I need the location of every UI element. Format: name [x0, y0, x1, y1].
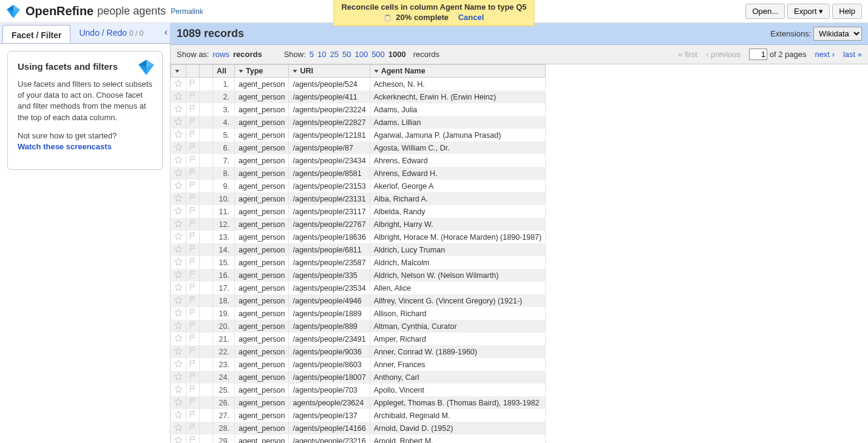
star-icon[interactable] [174, 270, 183, 279]
col-type[interactable]: Type [235, 65, 289, 78]
star-icon[interactable] [174, 117, 183, 126]
cell-uri: /agents/people/22767 [289, 218, 370, 231]
flag-icon[interactable] [189, 347, 197, 355]
data-table: All Type URI Agent Name 1.agent_person/a… [171, 64, 546, 443]
collapse-panel-icon[interactable]: ‹ [164, 27, 168, 38]
flag-icon[interactable] [189, 385, 197, 393]
star-icon[interactable] [174, 130, 183, 138]
flag-icon[interactable] [189, 359, 197, 368]
star-icon[interactable] [174, 143, 183, 151]
show-as-rows[interactable]: rows [212, 50, 229, 59]
star-icon[interactable] [174, 308, 183, 317]
page-size-1000[interactable]: 1000 [388, 50, 406, 59]
extensions-select[interactable]: Wikidata [813, 27, 862, 41]
chevron-down-icon[interactable] [293, 70, 297, 73]
help-button[interactable]: Help [832, 4, 862, 19]
page-size-100[interactable]: 100 [354, 50, 368, 59]
star-icon[interactable] [174, 372, 183, 380]
logo-icon [6, 4, 21, 19]
page-next[interactable]: next › [815, 50, 835, 59]
flag-icon[interactable] [189, 296, 197, 304]
page-size-10[interactable]: 10 [317, 50, 326, 59]
page-first[interactable]: « first [678, 50, 697, 59]
star-icon[interactable] [174, 410, 183, 419]
export-button[interactable]: Export ▾ [787, 4, 830, 19]
flag-icon[interactable] [189, 92, 197, 100]
chevron-down-icon[interactable] [374, 70, 379, 73]
page-last[interactable]: last » [843, 50, 862, 59]
col-agent-name[interactable]: Agent Name [370, 65, 546, 78]
star-icon[interactable] [174, 321, 183, 330]
flag-icon[interactable] [189, 130, 197, 138]
chevron-down-icon[interactable] [175, 70, 180, 73]
star-icon[interactable] [174, 347, 183, 355]
tab-undo-redo[interactable]: Undo / Redo 0 / 0 [70, 23, 152, 43]
cell-uri: /agents/people/1889 [289, 307, 370, 320]
star-icon[interactable] [174, 155, 183, 164]
page-input[interactable] [749, 49, 767, 60]
show-as-records[interactable]: records [233, 50, 262, 59]
page-prev[interactable]: ‹ previous [706, 50, 741, 59]
tab-facet-filter[interactable]: Facet / Filter [2, 25, 70, 43]
flag-icon[interactable] [189, 104, 197, 113]
cancel-link[interactable]: Cancel [458, 13, 484, 22]
flag-icon[interactable] [189, 143, 197, 151]
star-icon[interactable] [174, 104, 183, 113]
flag-icon[interactable] [189, 372, 197, 380]
flag-icon[interactable] [189, 270, 197, 279]
table-row: 15.agent_person/agents/people/23587Aldri… [171, 256, 546, 269]
star-icon[interactable] [174, 181, 183, 189]
star-icon[interactable] [174, 206, 183, 215]
star-icon[interactable] [174, 257, 183, 266]
star-icon[interactable] [174, 219, 183, 228]
star-icon[interactable] [174, 397, 183, 406]
flag-icon[interactable] [189, 436, 197, 443]
star-icon[interactable] [174, 245, 183, 253]
flag-icon[interactable] [189, 79, 197, 87]
page-size-50[interactable]: 50 [342, 50, 351, 59]
flag-icon[interactable] [189, 206, 197, 215]
col-menu-all[interactable] [171, 65, 186, 78]
flag-icon[interactable] [189, 308, 197, 317]
flag-icon[interactable] [189, 181, 197, 189]
flag-icon[interactable] [189, 321, 197, 330]
star-icon[interactable] [174, 359, 183, 368]
star-icon[interactable] [174, 296, 183, 304]
page-size-5[interactable]: 5 [310, 50, 314, 59]
star-icon[interactable] [174, 283, 183, 291]
flag-icon[interactable] [189, 117, 197, 126]
flag-icon[interactable] [189, 232, 197, 240]
flag-icon[interactable] [189, 397, 197, 406]
col-uri[interactable]: URI [289, 65, 370, 78]
star-icon[interactable] [174, 385, 183, 393]
star-icon[interactable] [174, 79, 183, 87]
star-icon[interactable] [174, 194, 183, 202]
open-button[interactable]: Open... [745, 4, 785, 19]
page-size-500[interactable]: 500 [371, 50, 385, 59]
screencasts-link[interactable]: Watch these screencasts [18, 142, 112, 151]
flag-icon[interactable] [189, 194, 197, 202]
flag-icon[interactable] [189, 423, 197, 431]
flag-icon[interactable] [189, 168, 197, 177]
flag-icon[interactable] [189, 283, 197, 291]
page-size-25[interactable]: 25 [330, 50, 338, 59]
controls-bar: Show as: rows records Show: 510255010050… [171, 45, 868, 64]
flag-icon[interactable] [189, 410, 197, 419]
star-icon[interactable] [174, 168, 183, 177]
permalink-link[interactable]: Permalink [171, 7, 203, 16]
star-icon[interactable] [174, 436, 183, 443]
chevron-down-icon[interactable] [239, 70, 243, 73]
facet-help-title: Using facets and filters [18, 61, 152, 72]
star-icon[interactable] [174, 92, 183, 100]
table-row: 7.agent_person/agents/people/23434Ahrens… [171, 154, 546, 167]
star-icon[interactable] [174, 423, 183, 431]
flag-icon[interactable] [189, 155, 197, 164]
flag-icon[interactable] [189, 334, 197, 342]
flag-icon[interactable] [189, 219, 197, 228]
cell-uri: /agents/people/22827 [289, 116, 370, 129]
star-icon[interactable] [174, 232, 183, 240]
cell-type: agent_person [235, 205, 289, 218]
flag-icon[interactable] [189, 245, 197, 253]
flag-icon[interactable] [189, 257, 197, 266]
star-icon[interactable] [174, 334, 183, 342]
